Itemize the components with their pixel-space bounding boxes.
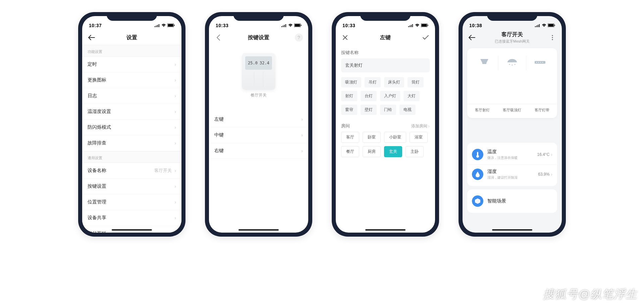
light-strip-icon [533, 57, 547, 68]
back-button[interactable] [467, 32, 477, 43]
svg-point-32 [509, 64, 510, 65]
wifi-icon [288, 23, 293, 28]
home-indicator[interactable] [365, 229, 406, 231]
section-label-general: 通用设置 [82, 151, 181, 163]
room-kitchen[interactable]: 厨房 [363, 146, 381, 157]
confirm-button[interactable] [420, 32, 431, 43]
switch-button-1[interactable] [471, 56, 498, 70]
add-room-button[interactable]: 添加房间› [411, 123, 430, 129]
notch [360, 12, 411, 21]
chevron-right-icon: › [174, 184, 176, 189]
row-device-name[interactable]: 设备名称客厅开关› [82, 163, 181, 179]
help-button[interactable]: ? [293, 32, 304, 43]
close-button[interactable] [340, 32, 351, 43]
chip-ceiling-light[interactable]: 吸顶灯 [341, 77, 361, 87]
row-key-settings[interactable]: 按键设置› [82, 179, 181, 194]
status-time: 10:37 [89, 23, 102, 28]
chip-tv[interactable]: 电视 [399, 105, 416, 115]
room-living[interactable]: 客厅 [341, 132, 359, 143]
chip-spotlight[interactable]: 射灯 [341, 91, 357, 101]
room-master-bedroom[interactable]: 主卧 [406, 146, 424, 157]
phone-key-settings: 10:33 按键设置 ? 25.032.4 餐厅开关 [205, 12, 312, 237]
svg-rect-5 [168, 24, 173, 27]
chip-desk-lamp[interactable]: 台灯 [361, 91, 377, 101]
section-label-functions: 功能设置 [82, 45, 181, 57]
svg-rect-22 [536, 25, 537, 27]
more-button[interactable] [547, 32, 558, 43]
row-smart-scene[interactable]: 智能场景 [467, 191, 557, 211]
ceiling-light-icon [505, 57, 519, 68]
row-humidity[interactable]: 湿度 湿润，建议打开除湿 63.9% › [467, 164, 557, 184]
chip-main-light[interactable]: 大灯 [404, 91, 420, 101]
status-time: 10:38 [469, 23, 482, 28]
room-bathroom[interactable]: 浴室 [410, 132, 428, 143]
nav-bar: 左键 [336, 30, 435, 45]
cube-icon [472, 195, 483, 207]
chip-bedside-light[interactable]: 床头灯 [384, 77, 404, 87]
chip-downlight[interactable]: 筒灯 [408, 77, 424, 87]
row-change-icon[interactable]: 更换图标› [82, 72, 181, 88]
chip-entry-light[interactable]: 入户灯 [380, 91, 400, 101]
key-name-input[interactable]: 玄关射灯 [341, 58, 430, 72]
svg-point-37 [538, 62, 539, 63]
wifi-icon [161, 23, 166, 28]
arrow-left-icon [88, 35, 95, 40]
row-temp-humidity-settings[interactable]: 温湿度设置› [82, 104, 181, 120]
home-indicator[interactable] [238, 229, 279, 231]
room-label: 房间 [341, 123, 350, 129]
key-name-label: 按键名称 [336, 45, 435, 58]
svg-rect-12 [295, 24, 300, 27]
row-anti-flicker[interactable]: 防闪烁模式› [82, 120, 181, 135]
back-button[interactable] [213, 32, 224, 43]
room-small-bedroom[interactable]: 小卧室 [384, 132, 406, 143]
status-icons [535, 23, 555, 28]
switch-button-3[interactable] [526, 56, 554, 70]
row-middle-key[interactable]: 中键› [209, 127, 308, 143]
signal-icon [535, 23, 540, 28]
chip-curtain[interactable]: 窗帘 [341, 105, 357, 115]
home-indicator[interactable] [112, 229, 152, 231]
row-left-key[interactable]: 左键› [209, 112, 308, 127]
battery-icon [294, 23, 302, 28]
switch-button-2[interactable] [498, 56, 526, 70]
battery-icon [421, 23, 428, 28]
sensor-card: 温度 微凉，注意添衣保暖 16.4°C › 湿度 湿润，建议打开除湿 [467, 143, 557, 186]
row-temperature[interactable]: 温度 微凉，注意添衣保暖 16.4°C › [467, 145, 557, 164]
room-chips: 客厅 卧室 小卧室 浴室 餐厅 厨房 玄关 主卧 [336, 132, 435, 157]
chip-doorbell[interactable]: 门铃 [380, 105, 396, 115]
svg-rect-6 [174, 25, 175, 26]
chip-wall-light[interactable]: 壁灯 [361, 105, 377, 115]
row-troubleshoot[interactable]: 故障排查› [82, 135, 181, 151]
back-button[interactable] [86, 32, 97, 43]
svg-rect-26 [548, 24, 554, 27]
chevron-right-icon: › [174, 125, 176, 130]
row-timer[interactable]: 定时› [82, 57, 181, 72]
svg-point-28 [552, 35, 553, 36]
home-indicator[interactable] [492, 229, 532, 231]
help-icon: ? [295, 34, 303, 42]
phone-left-key-edit: 10:33 左键 按键名称 玄关射灯 吸 [332, 12, 439, 237]
wifi-icon [542, 23, 546, 28]
row-share[interactable]: 设备共享› [82, 210, 181, 226]
row-log[interactable]: 日志› [82, 88, 181, 104]
room-entryway[interactable]: 玄关 [384, 146, 402, 157]
device-lcd: 25.032.4 [245, 56, 272, 70]
room-bedroom[interactable]: 卧室 [363, 132, 381, 143]
svg-rect-14 [408, 26, 409, 27]
svg-point-33 [512, 65, 513, 66]
row-right-key[interactable]: 右键› [209, 143, 308, 159]
status-time: 10:33 [216, 23, 228, 28]
spotlight-icon [478, 57, 491, 68]
settings-list[interactable]: 功能设置 定时› 更换图标› 日志› 温湿度设置› 防闪烁模式› 故障排查› 通… [82, 45, 181, 233]
svg-rect-3 [159, 24, 159, 27]
status-time: 10:33 [342, 23, 355, 28]
phone-settings: 10:37 设置 [78, 12, 185, 237]
row-location[interactable]: 位置管理› [82, 194, 181, 210]
notch [233, 12, 284, 21]
check-icon [422, 35, 429, 40]
svg-rect-9 [284, 25, 285, 27]
chip-chandelier[interactable]: 吊灯 [365, 77, 381, 87]
room-dining[interactable]: 餐厅 [341, 146, 359, 157]
signal-icon [155, 23, 160, 28]
thermometer-icon [472, 149, 483, 160]
